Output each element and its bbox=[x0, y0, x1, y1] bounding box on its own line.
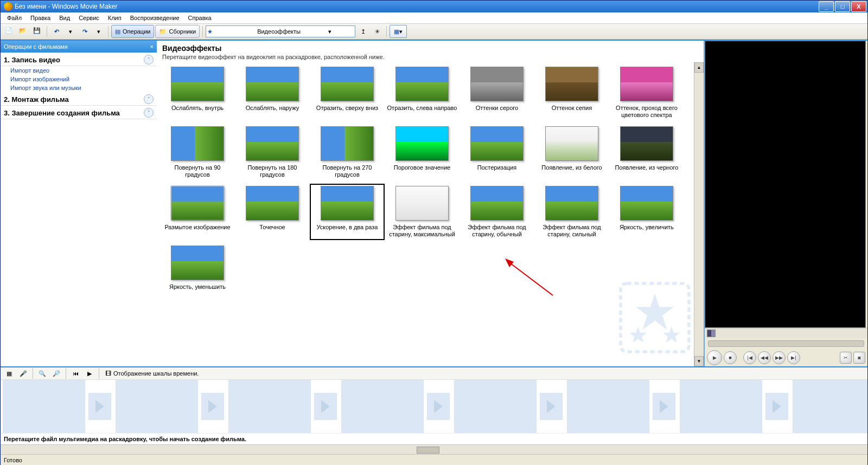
seek-slider[interactable] bbox=[708, 340, 864, 347]
clip-slot[interactable] bbox=[454, 380, 537, 433]
undo-dd[interactable]: ▾ bbox=[64, 25, 77, 38]
save-icon: 💾 bbox=[33, 27, 42, 36]
collections-button[interactable]: 📁Сборники bbox=[155, 25, 200, 38]
storyboard-cell[interactable] bbox=[116, 380, 224, 433]
timeline-hscroll[interactable] bbox=[1, 444, 867, 454]
tl-zoomout-button[interactable]: 🔎 bbox=[50, 367, 63, 380]
menu-edit[interactable]: Правка bbox=[26, 14, 55, 22]
redo-button[interactable]: ↷ bbox=[78, 25, 91, 38]
effect-item[interactable]: Появление, из черного bbox=[609, 124, 684, 180]
storyboard-cell[interactable] bbox=[567, 380, 675, 433]
effect-item[interactable]: Оттенок, проход всего цветового спектра bbox=[609, 64, 684, 121]
menu-help[interactable]: Справка bbox=[184, 14, 216, 22]
storyboard-icon: ▦ bbox=[7, 370, 12, 377]
tl-view-button[interactable]: ▦ bbox=[3, 367, 16, 380]
transition-slot[interactable] bbox=[201, 393, 224, 420]
effect-item[interactable]: Повернуть на 90 градусов bbox=[160, 124, 235, 180]
effect-item[interactable]: Повернуть на 180 градусов bbox=[235, 124, 310, 180]
task-section-2[interactable]: 2. Монтаж фильма˅ bbox=[1, 92, 157, 106]
effect-item[interactable]: Эффект фильма под старину, максимальный bbox=[385, 184, 459, 240]
split-button[interactable]: ✂ bbox=[840, 352, 852, 364]
effect-item[interactable]: Ослаблять, наружу bbox=[235, 64, 310, 121]
clip-slot[interactable] bbox=[341, 380, 424, 433]
tl-zoomin-button[interactable]: 🔍 bbox=[36, 367, 49, 380]
clip-slot[interactable] bbox=[3, 380, 85, 433]
minimize-button[interactable]: _ bbox=[819, 1, 834, 12]
task-import-video[interactable]: Импорт видео bbox=[1, 66, 157, 75]
snapshot-button[interactable]: ◙ bbox=[853, 352, 865, 364]
effect-item[interactable]: Ускорение, в два раза bbox=[310, 184, 385, 240]
open-button[interactable]: 📂 bbox=[17, 25, 30, 38]
transition-slot[interactable] bbox=[653, 393, 675, 420]
storyboard-track[interactable] bbox=[1, 380, 867, 433]
prev-button[interactable]: |◀ bbox=[743, 351, 756, 364]
transition-slot[interactable] bbox=[88, 393, 111, 420]
location-combo[interactable]: ★Видеоэффекты▾ bbox=[206, 25, 355, 37]
transition-slot[interactable] bbox=[427, 393, 450, 420]
clip-slot[interactable] bbox=[567, 380, 649, 433]
play-button[interactable]: ▶ bbox=[707, 350, 722, 365]
effect-item[interactable]: Отразить, слева направо bbox=[385, 64, 459, 121]
storyboard-cell[interactable] bbox=[680, 380, 788, 433]
transition-slot[interactable] bbox=[765, 393, 788, 420]
close-tasks-button[interactable]: × bbox=[150, 43, 154, 50]
next-button[interactable]: ▶| bbox=[787, 351, 800, 364]
chevron-up-icon: ˄ bbox=[144, 55, 154, 64]
tl-toggle-button[interactable]: 🎞Отображение шкалы времени. bbox=[102, 367, 202, 379]
scroll-down-icon[interactable]: ▼ bbox=[694, 356, 704, 366]
tl-rewind-button[interactable]: ⏮ bbox=[69, 367, 82, 380]
clip-slot[interactable] bbox=[116, 380, 198, 433]
effect-item[interactable]: Размытое изображение bbox=[160, 184, 235, 240]
clip-slot[interactable] bbox=[228, 380, 311, 433]
undo-button[interactable]: ↶ bbox=[50, 25, 63, 38]
effect-item[interactable]: Оттенки серого bbox=[459, 64, 534, 121]
new-button[interactable]: 📄 bbox=[3, 25, 16, 38]
storyboard-cell[interactable] bbox=[341, 380, 450, 433]
effect-item[interactable]: Пороговое значение bbox=[385, 124, 459, 180]
close-button[interactable]: X bbox=[851, 1, 866, 12]
forward-button[interactable]: ▶▶ bbox=[773, 351, 786, 364]
scroll-up-icon[interactable]: ▲ bbox=[694, 62, 704, 73]
clip-slot[interactable] bbox=[680, 380, 762, 433]
menu-play[interactable]: Воспроизведение bbox=[126, 14, 184, 22]
effect-item[interactable]: Ослаблять, внутрь bbox=[160, 64, 235, 121]
task-import-images[interactable]: Импорт изображений bbox=[1, 75, 157, 83]
storyboard-cell[interactable] bbox=[3, 380, 111, 433]
storyboard-cell[interactable] bbox=[228, 380, 337, 433]
newfolder-button[interactable]: ✳ bbox=[371, 25, 384, 38]
maximize-button[interactable]: □ bbox=[835, 1, 850, 12]
effect-item[interactable]: Эффект фильма под старину, сильный bbox=[534, 184, 609, 240]
preview-splitbar[interactable] bbox=[705, 328, 867, 338]
up-button[interactable]: ↥ bbox=[356, 25, 369, 38]
clip-slot[interactable] bbox=[793, 380, 867, 433]
effect-item[interactable]: Яркость, увеличить bbox=[609, 184, 684, 240]
effect-item[interactable]: Оттенок сепия bbox=[534, 64, 609, 121]
task-section-3[interactable]: 3. Завершение создания фильма˅ bbox=[1, 106, 157, 119]
menu-view[interactable]: Вид bbox=[55, 14, 74, 22]
effect-item[interactable]: Повернуть на 270 градусов bbox=[310, 124, 385, 180]
tl-narrate-button[interactable]: 🎤 bbox=[17, 367, 30, 380]
storyboard-cell[interactable] bbox=[454, 380, 563, 433]
view-button[interactable]: ▦ ▾ bbox=[390, 25, 407, 38]
task-section-1[interactable]: 1. Запись видео˄ bbox=[1, 53, 157, 66]
menu-tools[interactable]: Сервис bbox=[74, 14, 104, 22]
redo-dd[interactable]: ▾ bbox=[92, 25, 105, 38]
menu-file[interactable]: Файл bbox=[3, 14, 26, 22]
effect-item[interactable]: Эффект фильма под старину, обычный bbox=[459, 184, 534, 240]
tl-play-button[interactable]: ▶ bbox=[83, 367, 96, 380]
scrollbar[interactable]: ▲▼ bbox=[694, 62, 704, 366]
transition-slot[interactable] bbox=[540, 393, 563, 420]
stop-button[interactable]: ■ bbox=[724, 351, 737, 364]
effect-item[interactable]: Точечное bbox=[235, 184, 310, 240]
effect-item[interactable]: Появление, из белого bbox=[534, 124, 609, 180]
effect-item[interactable]: Отразить, сверху вниз bbox=[310, 64, 385, 121]
operations-button[interactable]: ▤Операции bbox=[111, 25, 154, 38]
save-button[interactable]: 💾 bbox=[31, 25, 44, 38]
storyboard-cell[interactable] bbox=[793, 380, 867, 433]
task-import-audio[interactable]: Импорт звука или музыки bbox=[1, 83, 157, 92]
rewind-button[interactable]: ◀◀ bbox=[758, 351, 771, 364]
effect-item[interactable]: Постеризация bbox=[459, 124, 534, 180]
effect-item[interactable]: Яркость, уменьшить bbox=[160, 243, 235, 300]
menu-clip[interactable]: Клип bbox=[104, 14, 126, 22]
transition-slot[interactable] bbox=[314, 393, 337, 420]
